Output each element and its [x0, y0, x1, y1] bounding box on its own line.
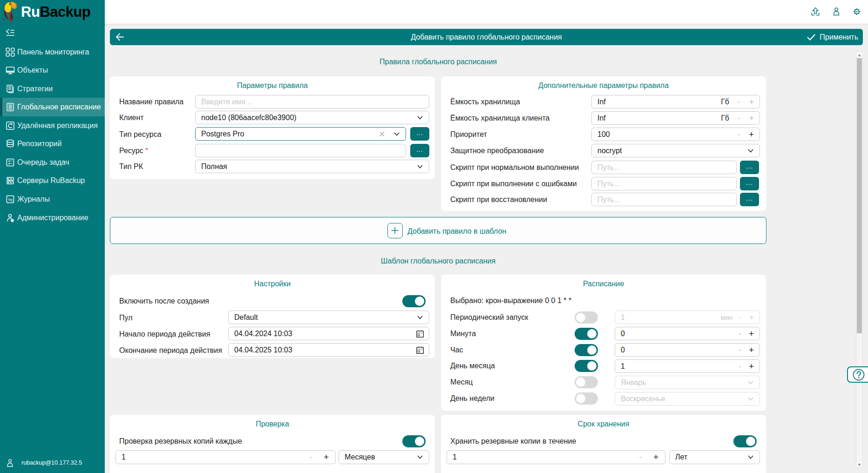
- svg-text:log: log: [8, 198, 13, 202]
